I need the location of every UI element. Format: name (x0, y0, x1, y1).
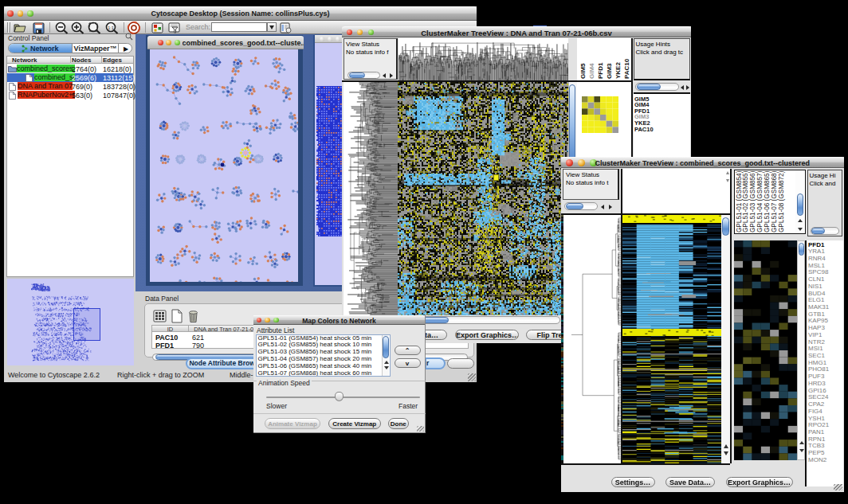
svg-text:1:1: 1:1 (108, 25, 114, 30)
